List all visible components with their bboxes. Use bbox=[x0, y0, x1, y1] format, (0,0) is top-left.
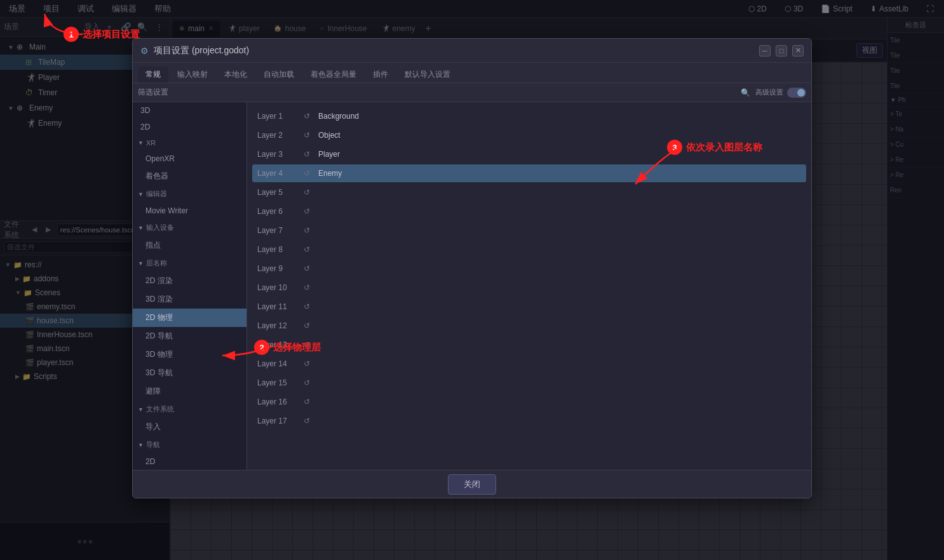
modal-maximize-btn[interactable]: □ bbox=[776, 45, 787, 57]
modal-search-icon: 🔍 bbox=[741, 88, 750, 97]
modal-sidebar-item-shader[interactable]: 着色器 bbox=[133, 167, 246, 185]
layer-reload-16[interactable]: ↺ bbox=[300, 396, 313, 408]
modal-sidebar-section-editor[interactable]: ▼ 编辑器 bbox=[133, 185, 246, 203]
layer-num-7: Layer 7 bbox=[257, 226, 295, 235]
layer-reload-17[interactable]: ↺ bbox=[300, 415, 313, 427]
layer-row-16[interactable]: Layer 16 ↺ bbox=[252, 393, 806, 411]
modal-sidebar-section-filesystem[interactable]: ▼ 文件系统 bbox=[133, 401, 246, 418]
layer-row-13[interactable]: Layer 13 ↺ bbox=[252, 336, 806, 354]
layer-row-15[interactable]: Layer 15 ↺ bbox=[252, 374, 806, 392]
modal-content: 3D 2D ▼ XR OpenXR 着色器 ▼ 编辑器 Movie Writer… bbox=[133, 102, 811, 470]
modal-minimize-btn[interactable]: ─ bbox=[759, 45, 771, 57]
modal-tab-general[interactable]: 常规 bbox=[138, 67, 168, 83]
layer-num-9: Layer 9 bbox=[257, 264, 295, 273]
chevron-layers: ▼ bbox=[138, 260, 144, 267]
modal-tab-autoload[interactable]: 自动加载 bbox=[256, 67, 302, 83]
layer-num-1: Layer 1 bbox=[257, 112, 295, 121]
layer-reload-8[interactable]: ↺ bbox=[300, 243, 313, 256]
layer-num-15: Layer 15 bbox=[257, 378, 295, 387]
layer-reload-5[interactable]: ↺ bbox=[300, 186, 313, 199]
layer-row-17[interactable]: Layer 17 ↺ bbox=[252, 412, 806, 430]
layer-reload-14[interactable]: ↺ bbox=[300, 357, 313, 370]
layer-num-5: Layer 5 bbox=[257, 188, 295, 197]
layer-num-12: Layer 12 bbox=[257, 321, 295, 330]
advanced-settings-toggle[interactable] bbox=[787, 88, 806, 98]
project-settings-modal: ⚙ 项目设置 (project.godot) ─ □ ✕ 常规 输入映射 本地化… bbox=[132, 38, 812, 498]
modal-close-button[interactable]: 关闭 bbox=[448, 474, 496, 495]
modal-sidebar-item-avoidance[interactable]: 避障 bbox=[133, 382, 246, 401]
layer-row-2[interactable]: Layer 2 ↺ Object bbox=[252, 126, 806, 144]
layer-reload-11[interactable]: ↺ bbox=[300, 300, 313, 313]
layer-reload-15[interactable]: ↺ bbox=[300, 377, 313, 389]
modal-title-text: 项目设置 (project.godot) bbox=[154, 45, 754, 57]
modal-tab-localize[interactable]: 本地化 bbox=[217, 67, 255, 83]
layer-reload-3[interactable]: ↺ bbox=[300, 148, 313, 161]
layer-num-17: Layer 17 bbox=[257, 417, 295, 425]
modal-tab-shaders[interactable]: 着色器全局量 bbox=[303, 67, 364, 83]
layer-reload-1[interactable]: ↺ bbox=[300, 110, 313, 123]
layer-name-4: Enemy bbox=[318, 169, 801, 178]
modal-sidebar-item-moviewriter[interactable]: Movie Writer bbox=[133, 203, 246, 219]
layer-reload-13[interactable]: ↺ bbox=[300, 338, 313, 351]
modal-sidebar-item-3d-render[interactable]: 3D 渲染 bbox=[133, 290, 246, 309]
modal-sidebar-item-3d[interactable]: 3D bbox=[133, 102, 246, 119]
layer-reload-9[interactable]: ↺ bbox=[300, 262, 313, 275]
modal-main: Layer 1 ↺ Background Layer 2 ↺ Object La… bbox=[247, 102, 811, 470]
layer-reload-2[interactable]: ↺ bbox=[300, 129, 313, 142]
modal-sidebar-item-openxr[interactable]: OpenXR bbox=[133, 150, 246, 167]
layer-row-12[interactable]: Layer 12 ↺ bbox=[252, 317, 806, 335]
modal-tab-input[interactable]: 输入映射 bbox=[170, 67, 215, 83]
modal-sidebar-item-import[interactable]: 导入 bbox=[133, 418, 246, 436]
layer-name-1: Background bbox=[318, 112, 801, 121]
modal-sidebar-item-2d[interactable]: 2D bbox=[133, 119, 246, 135]
layer-reload-4[interactable]: ↺ bbox=[300, 167, 313, 180]
layer-row-8[interactable]: Layer 8 ↺ bbox=[252, 241, 806, 258]
layer-row-7[interactable]: Layer 7 ↺ bbox=[252, 222, 806, 239]
modal-tab-import[interactable]: 默认导入设置 bbox=[397, 67, 458, 83]
layer-row-1[interactable]: Layer 1 ↺ Background bbox=[252, 107, 806, 125]
modal-title-icon: ⚙ bbox=[140, 46, 149, 56]
layer-num-13: Layer 13 bbox=[257, 340, 295, 349]
layer-num-2: Layer 2 bbox=[257, 131, 295, 140]
layer-reload-12[interactable]: ↺ bbox=[300, 319, 313, 332]
modal-close-btn[interactable]: ✕ bbox=[792, 45, 804, 57]
layer-row-9[interactable]: Layer 9 ↺ bbox=[252, 260, 806, 277]
modal-layers-list: Layer 1 ↺ Background Layer 2 ↺ Object La… bbox=[247, 102, 811, 470]
chevron-nav: ▼ bbox=[138, 442, 144, 448]
chevron-xr: ▼ bbox=[138, 140, 144, 146]
modal-sidebar-section-xr[interactable]: ▼ XR bbox=[133, 135, 246, 150]
layer-reload-6[interactable]: ↺ bbox=[300, 205, 313, 218]
layer-name-2: Object bbox=[318, 131, 801, 140]
modal-tab-plugins[interactable]: 插件 bbox=[365, 67, 396, 83]
layer-row-5[interactable]: Layer 5 ↺ bbox=[252, 183, 806, 201]
modal-sidebar-item-2d-nav2[interactable]: 2D bbox=[133, 453, 246, 470]
layer-row-6[interactable]: Layer 6 ↺ bbox=[252, 203, 806, 220]
modal-sidebar-item-2d-nav[interactable]: 2D 导航 bbox=[133, 327, 246, 345]
chevron-filesystem: ▼ bbox=[138, 406, 144, 413]
modal-sidebar-item-3d-physics[interactable]: 3D 物理 bbox=[133, 345, 246, 364]
layer-reload-10[interactable]: ↺ bbox=[300, 281, 313, 294]
layer-row-14[interactable]: Layer 14 ↺ bbox=[252, 355, 806, 373]
modal-sidebar: 3D 2D ▼ XR OpenXR 着色器 ▼ 编辑器 Movie Writer… bbox=[133, 102, 247, 470]
layer-num-16: Layer 16 bbox=[257, 397, 295, 406]
layer-row-3[interactable]: Layer 3 ↺ Player bbox=[252, 145, 806, 163]
layer-reload-7[interactable]: ↺ bbox=[300, 224, 313, 237]
layer-row-4[interactable]: Layer 4 ↺ Enemy bbox=[252, 164, 806, 182]
modal-tabs: 常规 输入映射 本地化 自动加载 着色器全局量 插件 默认导入设置 bbox=[133, 63, 811, 83]
modal-sidebar-section-nav[interactable]: ▼ 导航 bbox=[133, 436, 246, 453]
layer-row-10[interactable]: Layer 10 ↺ bbox=[252, 279, 806, 297]
modal-sidebar-item-2d-render[interactable]: 2D 渲染 bbox=[133, 272, 246, 290]
modal-overlay: ⚙ 项目设置 (project.godot) ─ □ ✕ 常规 输入映射 本地化… bbox=[0, 0, 944, 560]
modal-filter-label: 筛选设置 bbox=[138, 87, 736, 98]
layer-num-6: Layer 6 bbox=[257, 207, 295, 216]
chevron-editor: ▼ bbox=[138, 191, 144, 197]
modal-sidebar-section-layers[interactable]: ▼ 层名称 bbox=[133, 255, 246, 272]
layer-row-11[interactable]: Layer 11 ↺ bbox=[252, 298, 806, 316]
layer-num-4: Layer 4 bbox=[257, 169, 295, 178]
modal-sidebar-item-2d-physics[interactable]: 2D 物理 bbox=[133, 309, 246, 327]
modal-sidebar-item-pointer[interactable]: 指点 bbox=[133, 236, 246, 255]
modal-sidebar-item-3d-nav[interactable]: 3D 导航 bbox=[133, 364, 246, 382]
layer-num-10: Layer 10 bbox=[257, 283, 295, 292]
modal-sidebar-section-input[interactable]: ▼ 输入设备 bbox=[133, 219, 246, 236]
advanced-settings-label: 高级设置 bbox=[755, 88, 783, 97]
